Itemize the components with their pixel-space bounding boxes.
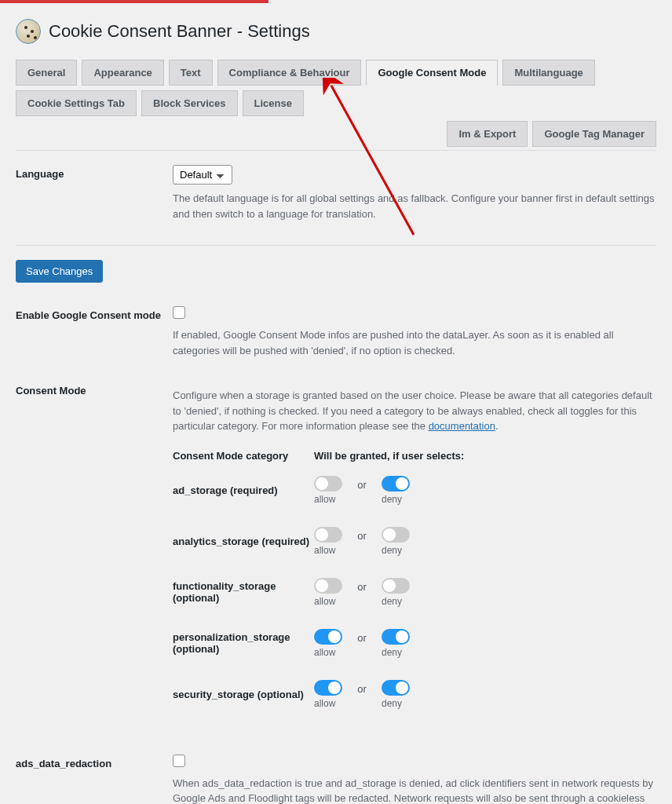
tab-google-consent-mode[interactable]: Google Consent Mode: [366, 60, 498, 86]
allow-label: allow: [314, 596, 335, 607]
ads-redaction-label: ads_data_redaction: [16, 755, 173, 769]
tab-multilanguage[interactable]: Multilanguage: [502, 60, 594, 86]
enable-gcm-desc: If enabled, Google Consent Mode infos ar…: [173, 327, 656, 358]
consent-mode-desc: Configure when a storage is granted base…: [173, 388, 656, 434]
tab-google-tag-manager[interactable]: Google Tag Manager: [532, 121, 656, 147]
allow-label: allow: [314, 647, 335, 658]
deny-label: deny: [382, 647, 402, 658]
language-select[interactable]: Default: [173, 165, 232, 185]
allow-toggle[interactable]: [314, 527, 342, 543]
allow-toggle[interactable]: [314, 578, 342, 594]
allow-toggle[interactable]: [314, 680, 342, 696]
or-text: or: [342, 683, 382, 706]
category-name: functionality_storage (optional): [173, 580, 314, 604]
toggle-row: functionality_storage (optional)alloword…: [173, 578, 656, 607]
allow-label: allow: [314, 494, 335, 505]
or-text: or: [342, 479, 382, 502]
deny-label: deny: [382, 494, 402, 505]
cookie-icon: [16, 19, 41, 44]
allow-label: allow: [314, 545, 335, 556]
deny-toggle[interactable]: [382, 578, 410, 594]
tab-appearance[interactable]: Appearance: [82, 60, 163, 86]
language-desc: The default language is for all global s…: [173, 191, 656, 221]
enable-gcm-label: Enable Google Consent mode: [16, 306, 173, 321]
allow-toggle[interactable]: [314, 629, 342, 645]
documentation-link[interactable]: documentation: [429, 420, 495, 432]
category-name: security_storage (optional): [173, 689, 314, 700]
ads-redaction-desc: When ads_data_redaction is true and ad_s…: [173, 776, 656, 805]
tab-im-export[interactable]: Im & Export: [447, 121, 528, 147]
or-text: or: [342, 632, 382, 655]
or-text: or: [342, 530, 382, 553]
category-name: analytics_storage (required): [173, 535, 314, 547]
deny-toggle[interactable]: [382, 527, 410, 543]
toggle-row: ad_storage (required)allowordeny: [173, 476, 656, 505]
tabs-row-1: GeneralAppearanceTextCompliance & Behavi…: [16, 60, 656, 116]
toggle-row: analytics_storage (required)allowordeny: [173, 527, 656, 556]
toggle-row: personalization_storage (optional)allowo…: [173, 629, 656, 658]
save-button[interactable]: Save Changes: [16, 260, 103, 283]
deny-toggle[interactable]: [382, 680, 410, 696]
tabs-row-2: Im & ExportGoogle Tag Manager: [16, 121, 656, 147]
page-header: Cookie Consent Banner - Settings: [16, 19, 656, 44]
enable-gcm-checkbox[interactable]: [173, 306, 185, 319]
category-name: personalization_storage (optional): [173, 631, 314, 655]
or-text: or: [342, 581, 382, 604]
tab-text[interactable]: Text: [169, 60, 213, 86]
th-category: Consent Mode category: [173, 450, 314, 462]
tab-block-services[interactable]: Block Services: [141, 90, 238, 116]
consent-mode-label: Consent Mode: [16, 382, 173, 397]
category-name: ad_storage (required): [173, 484, 314, 496]
allow-label: allow: [314, 698, 335, 709]
deny-toggle[interactable]: [382, 476, 410, 492]
allow-toggle[interactable]: [314, 476, 342, 492]
toggle-row: security_storage (optional)allowordeny: [173, 680, 656, 709]
deny-label: deny: [382, 596, 402, 607]
deny-toggle[interactable]: [382, 629, 410, 645]
deny-label: deny: [382, 545, 402, 556]
tab-compliance-behaviour[interactable]: Compliance & Behaviour: [217, 60, 362, 86]
tab-cookie-settings-tab[interactable]: Cookie Settings Tab: [16, 90, 137, 116]
tab-general[interactable]: General: [16, 60, 77, 86]
page-title: Cookie Consent Banner - Settings: [49, 21, 310, 42]
deny-label: deny: [382, 698, 402, 709]
th-grant: Will be granted, if user selects:: [314, 450, 464, 462]
tab-license[interactable]: License: [243, 90, 304, 116]
language-label: Language: [16, 165, 173, 180]
ads-redaction-checkbox[interactable]: [173, 755, 185, 767]
